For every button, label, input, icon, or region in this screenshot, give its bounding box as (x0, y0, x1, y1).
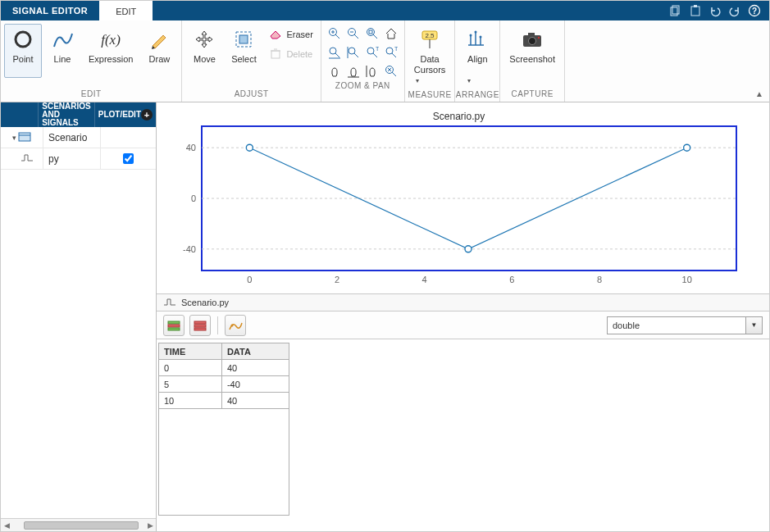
tree-header-plot: PLOT/EDIT (98, 111, 141, 119)
table-toolbar: double ▼ (157, 311, 769, 339)
table-cell[interactable]: 40 (221, 360, 289, 376)
draw-button[interactable]: Draw (140, 24, 178, 78)
scenario-icon (18, 130, 31, 144)
zoom-x-out-icon[interactable] (345, 44, 362, 61)
table-row[interactable]: 040 (159, 360, 289, 376)
line-button[interactable]: Line (43, 24, 81, 78)
align-label: Align▾ (467, 54, 487, 86)
title-bar: SIGNAL EDITOR EDIT ? (1, 1, 769, 20)
chart-title: Scenario.py (165, 111, 753, 122)
align-button[interactable]: Align▾ (458, 24, 496, 89)
table-cell[interactable]: 40 (221, 393, 289, 409)
insert-row-button[interactable] (163, 315, 185, 336)
select-button[interactable]: Select (225, 24, 262, 78)
line-icon (49, 26, 75, 52)
expand-icon[interactable]: ▾ (12, 134, 16, 142)
app-title: SIGNAL EDITOR (1, 1, 99, 20)
tree-row[interactable]: py (1, 148, 156, 170)
svg-rect-2 (691, 7, 699, 16)
svg-point-30 (538, 37, 540, 39)
move-label: Move (194, 54, 216, 75)
tree-header-scenarios: SCENARIOS AND SIGNALS (39, 102, 94, 127)
svg-text:f(x): f(x) (101, 32, 121, 48)
svg-text:4: 4 (422, 275, 427, 284)
svg-text:6: 6 (509, 275, 514, 284)
paste-icon[interactable] (689, 4, 702, 17)
svg-text:?: ? (752, 7, 757, 16)
copy-icon[interactable] (669, 4, 682, 17)
pan-icon[interactable] (326, 63, 343, 80)
svg-text:0: 0 (191, 193, 196, 203)
draw-label: Draw (149, 54, 171, 75)
datatype-select[interactable]: double ▼ (607, 316, 763, 334)
help-icon[interactable]: ? (748, 4, 761, 17)
point-label: Point (12, 54, 33, 75)
svg-point-6 (16, 32, 30, 47)
signal-tab[interactable]: Scenario.py (181, 298, 229, 307)
point-button[interactable]: Point (4, 24, 42, 78)
plot-table-button[interactable] (225, 315, 246, 336)
svg-text:T: T (376, 46, 379, 52)
tree-row[interactable]: ▾Scenario (1, 127, 156, 148)
zoom-fit-icon[interactable] (364, 25, 380, 42)
table-cell[interactable]: 10 (159, 393, 222, 409)
svg-rect-9 (239, 35, 248, 43)
svg-rect-45 (168, 321, 180, 324)
move-button[interactable]: Move (185, 24, 223, 78)
chart-point[interactable] (246, 144, 253, 151)
table-cell[interactable]: 0 (159, 360, 222, 376)
select-label: Select (231, 54, 257, 75)
table-cell[interactable]: 5 (159, 376, 222, 393)
undo-icon[interactable] (708, 4, 722, 17)
zoom-out-icon[interactable] (345, 25, 362, 42)
table-header[interactable]: TIME (159, 343, 222, 360)
svg-text:2.5: 2.5 (426, 32, 435, 39)
eraser-label: Eraser (286, 30, 312, 39)
home-icon[interactable] (383, 25, 399, 42)
chart-point[interactable] (465, 246, 472, 252)
plot-checkbox[interactable] (123, 153, 134, 164)
pencil-icon (146, 26, 172, 52)
data-cursors-button[interactable]: 2.5 Data Cursors ▾ (408, 24, 452, 89)
tree-horizontal-scrollbar[interactable]: ◀ ▶ (1, 518, 156, 531)
zoom-t-out-icon[interactable]: T (383, 44, 399, 61)
svg-point-51 (231, 324, 234, 326)
add-scenario-icon[interactable]: + (141, 109, 153, 120)
ribbon-group-adjust: Move Select Eraser Delete (182, 20, 321, 102)
table-row[interactable]: 5-40 (159, 376, 289, 393)
zoom-in-icon[interactable] (326, 25, 343, 42)
pan-x-icon[interactable] (345, 63, 362, 80)
align-icon (464, 26, 490, 52)
zoom-reset-icon[interactable] (383, 63, 399, 80)
table-row[interactable]: 1040 (159, 393, 289, 409)
svg-point-19 (386, 48, 393, 54)
svg-point-28 (529, 38, 536, 45)
redo-icon[interactable] (728, 4, 741, 17)
point-icon (10, 26, 36, 52)
svg-rect-48 (194, 321, 206, 324)
ribbon-group-capture: Screenshot CAPTURE (500, 20, 565, 102)
screenshot-button[interactable]: Screenshot (503, 24, 561, 78)
zoom-x-in-icon[interactable] (326, 44, 343, 61)
signal-data-table[interactable]: TIMEDATA0405-401040 (158, 343, 289, 516)
expression-button[interactable]: f(x) Expression (83, 24, 139, 78)
ribbon-group-capture-label: CAPTURE (500, 88, 564, 102)
eraser-button[interactable]: Eraser (264, 25, 317, 43)
ribbon-group-adjust-label: ADJUST (182, 88, 320, 102)
delete-row-button[interactable] (189, 315, 211, 336)
tree-item-name: py (43, 148, 101, 169)
ribbon-collapse-button[interactable]: ▲ (753, 87, 766, 100)
scenario-tree-pane: SCENARIOS AND SIGNALS PLOT/EDIT + ▾Scena… (1, 102, 157, 531)
table-cell[interactable]: -40 (221, 376, 289, 393)
svg-rect-50 (194, 328, 206, 330)
pan-y-icon[interactable] (364, 63, 380, 80)
zoom-t-in-icon[interactable]: T (364, 44, 380, 61)
signal-icon (163, 297, 176, 308)
table-header[interactable]: DATA (221, 343, 289, 360)
chart-point[interactable] (684, 144, 690, 151)
tab-edit[interactable]: EDIT (99, 1, 153, 20)
signal-chart[interactable]: -400400246810 (165, 124, 739, 288)
svg-text:T: T (394, 46, 398, 52)
ribbon-group-measure-label: MEASURE (405, 89, 455, 102)
ribbon-group-arrange: Align▾ ARRANGE (455, 20, 500, 102)
